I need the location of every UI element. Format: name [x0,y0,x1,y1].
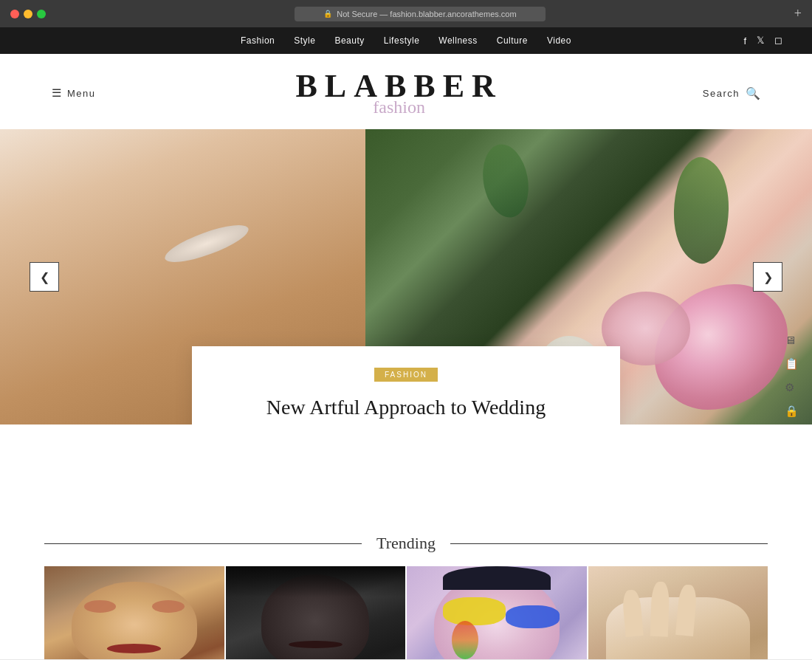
browser-titlebar: 🔒 Not Secure — fashion.blabber.ancorathe… [0,0,812,27]
address-lock-icon: 🔒 [323,10,332,18]
carousel-prev-button[interactable]: ❮ [30,262,59,292]
site-header: ☰ Menu BLABBER fashion Search 🔍 [0,54,812,129]
site-logo[interactable]: BLABBER fashion [296,70,503,116]
nav-link-wellness[interactable]: Wellness [438,35,477,46]
next-arrow-icon: ❯ [763,270,773,284]
address-bar[interactable]: 🔒 Not Secure — fashion.blabber.ancorathe… [295,7,546,21]
trending-item-1[interactable] [44,566,224,659]
nav-link-culture[interactable]: Culture [497,35,528,46]
nav-link-beauty[interactable]: Beauty [334,35,364,46]
traffic-light-green[interactable] [37,10,46,18]
address-bar-url: Not Secure — fashion.blabber.ancoratheme… [337,10,516,18]
trending-image-2 [226,566,406,659]
search-label-text: Search [703,88,740,99]
new-tab-button[interactable]: + [794,6,802,21]
trending-image-1 [44,566,224,659]
nav-social: f 𝕏 ◻ [743,35,782,47]
hero-card: FASHION New Artful Approach to Wedding F… [192,346,620,424]
nav-link-video[interactable]: Video [547,35,571,46]
hero-category-badge[interactable]: FASHION [374,368,438,382]
nav-link-fashion[interactable]: Fashion [241,35,275,46]
instagram-icon[interactable]: ◻ [774,35,782,47]
menu-label: Menu [67,88,96,99]
trending-title: Trending [376,534,436,553]
website-body: ☰ Menu BLABBER fashion Search 🔍 [0,54,812,659]
trending-image-4 [588,566,768,659]
address-bar-wrapper: 🔒 Not Secure — fashion.blabber.ancorathe… [53,7,787,21]
trending-image-3 [407,566,587,659]
trending-line-right [450,543,768,544]
traffic-light-red[interactable] [10,10,19,18]
nav-links: Fashion Style Beauty Lifestyle Wellness … [241,35,571,46]
trending-grid [44,566,768,659]
sidebar-tools: 🖥 📋 ⚙ 🔒 [785,334,799,418]
trending-item-4[interactable] [588,566,768,659]
sidebar-tool-settings[interactable]: ⚙ [785,381,799,394]
sidebar-tool-monitor[interactable]: 🖥 [785,334,799,347]
main-nav: Fashion Style Beauty Lifestyle Wellness … [0,27,812,54]
trending-line-left [44,543,362,544]
trending-item-3[interactable] [407,566,587,659]
nav-link-style[interactable]: Style [294,35,315,46]
carousel-next-button[interactable]: ❯ [753,262,782,292]
hero-section: ❮ ❯ FASHION New Artful Approach to Weddi… [0,129,812,424]
menu-button[interactable]: ☰ Menu [52,86,96,100]
twitter-icon[interactable]: 𝕏 [757,35,764,47]
browser-chrome: 🔒 Not Secure — fashion.blabber.ancorathe… [0,0,812,27]
trending-header: Trending [0,534,812,553]
hamburger-icon: ☰ [52,86,61,100]
search-icon: 🔍 [746,86,760,100]
traffic-light-yellow[interactable] [24,10,32,18]
sidebar-tool-lock[interactable]: 🔒 [785,405,799,418]
trending-item-2[interactable] [226,566,406,659]
facebook-icon[interactable]: f [743,35,746,47]
hero-title[interactable]: New Artful Approach to Wedding Fashion F… [236,393,576,424]
nav-link-lifestyle[interactable]: Lifestyle [384,35,420,46]
traffic-lights [10,10,46,18]
prev-arrow-icon: ❮ [40,270,49,284]
sidebar-tool-edit[interactable]: 📋 [785,357,799,371]
trending-section: Trending [0,424,812,659]
search-button[interactable]: Search 🔍 [703,86,760,100]
